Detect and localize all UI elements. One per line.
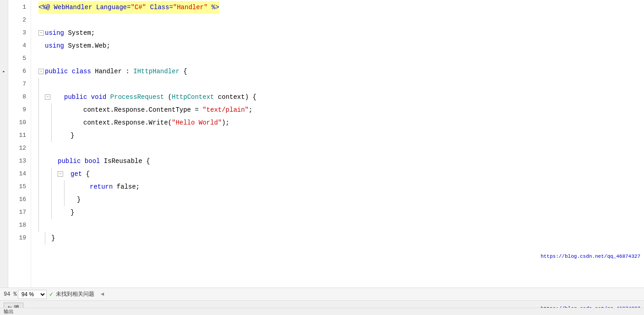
indent-bar-13a: [38, 155, 39, 168]
code-line-8: − public void ProcessRequest (HttpContex…: [38, 91, 644, 103]
line-num-18: 18: [8, 219, 26, 232]
code-content[interactable]: <%@ WebHandler Language="C#" Class="Hand…: [31, 0, 644, 288]
indent-bar-16e: [64, 193, 65, 206]
indent-bar-15a: [38, 180, 39, 193]
line-num-10: 10: [8, 116, 26, 129]
code-closebrace-16: }: [77, 193, 81, 206]
indent-bar-17a: [38, 206, 39, 219]
zoom-dropdown[interactable]: 94 % 100 %: [18, 290, 47, 299]
gutter-mark-13: [2, 155, 6, 168]
line-num-9: 9: [8, 103, 26, 116]
line-num-13: 13: [8, 155, 26, 168]
kw-public-3: public: [58, 155, 81, 168]
code-line-7: [38, 78, 644, 91]
collapse-btn-6[interactable]: −: [38, 69, 44, 74]
code-context-contenttype: context.Response.ContentType =: [83, 103, 202, 116]
code-line-12: [38, 142, 644, 155]
indent-bar-8: [38, 91, 39, 103]
gutter-mark-10: [2, 116, 6, 129]
status-bar: 94 % 94 % 100 % ✓ 未找到相关问题 ◄: [0, 288, 644, 300]
gutter-mark-11: [2, 129, 6, 142]
code-line-6: −public class Handler : IHttpHandler {: [38, 65, 644, 78]
code-closebrace-17: }: [70, 206, 74, 219]
gutter-mark-1: [2, 1, 6, 14]
indent-bar-10a: [38, 116, 39, 129]
gutter-mark-6: ▸: [2, 65, 6, 78]
output-label-bar: 输出: [0, 308, 644, 315]
code-line-11: }: [38, 129, 644, 142]
gutter-mark-19: [2, 232, 6, 244]
gutter-mark-2: [2, 14, 6, 27]
line-num-17: 17: [8, 206, 26, 219]
gutter-mark-15: [2, 180, 6, 193]
indent-bar-11c: [51, 129, 52, 142]
gutter-mark-18: [2, 219, 6, 232]
indent-bar-16a: [38, 193, 39, 206]
method-processrequest: ProcessRequest: [110, 91, 164, 103]
status-message: 未找到相关问题: [56, 290, 94, 298]
code-line-4: using System.Web;: [38, 39, 644, 52]
line-num-4: 4: [8, 39, 26, 52]
indent-bar-11a: [38, 129, 39, 142]
gutter-mark-7: [2, 78, 6, 91]
type-httpcontext: HttpContext: [172, 91, 214, 103]
indent-bar-12: [38, 142, 39, 155]
code-line-14: − get {: [38, 168, 644, 180]
zoom-value: 94 %: [4, 291, 17, 298]
line-num-12: 12: [8, 142, 26, 155]
kw-class: class: [72, 65, 91, 78]
gutter-mark-17: [2, 206, 6, 219]
gutter-mark-3: [2, 27, 6, 39]
code-line-1: <%@ WebHandler Language="C#" Class="Hand…: [38, 1, 644, 14]
line-num-15: 15: [8, 180, 26, 193]
gutter-mark-5: [2, 52, 6, 65]
kw-get: get: [70, 168, 82, 180]
str-textplain: "text/plain": [202, 103, 249, 116]
kw-void: void: [91, 91, 107, 103]
code-line-19: }: [38, 232, 644, 244]
str-helloworld: "Hello World": [172, 116, 222, 129]
kw-public-1: public: [45, 65, 68, 78]
line-num-2: 2: [8, 14, 26, 27]
type-ihttp: IHttpHandler: [133, 65, 179, 78]
line-num-1: 1: [8, 1, 26, 14]
collapse-btn-14[interactable]: −: [58, 171, 63, 177]
indent-bar-15e: [64, 180, 65, 193]
indent-bar-10c: [51, 116, 52, 129]
directive-line: <%@ WebHandler Language="C#" Class="Hand…: [38, 1, 219, 14]
kw-using-1: using: [45, 27, 64, 39]
code-line-18: [38, 219, 644, 232]
kw-public-2: public: [64, 91, 87, 103]
code-line-10: context.Response.Write("Hello World");: [38, 116, 644, 129]
line-num-5: 5: [8, 52, 26, 65]
gutter-mark-8: [2, 91, 6, 103]
line-num-19: 19: [8, 232, 26, 244]
line-num-16: 16: [8, 193, 26, 206]
indent-bar-18: [38, 219, 39, 232]
code-line-15: return false;: [38, 180, 644, 193]
code-context-write: context.Response.Write(: [83, 116, 172, 129]
code-closebrace-11: }: [70, 129, 74, 142]
status-arrow[interactable]: ◄: [101, 291, 104, 298]
indent-bar-14a: [38, 168, 39, 180]
code-line-17: }: [38, 206, 644, 219]
code-closebrace-19: }: [51, 232, 55, 244]
collapse-btn-8[interactable]: −: [45, 94, 50, 100]
kw-bool: bool: [85, 155, 100, 168]
indent-bar-16c: [51, 193, 52, 206]
indent-bar-7: [38, 78, 45, 91]
indent-bar-19: [45, 232, 45, 244]
line-num-8: 8: [8, 91, 26, 103]
left-gutter: ▸: [0, 0, 8, 288]
output-label: 输出: [4, 308, 14, 315]
line-num-11: 11: [8, 129, 26, 142]
code-line-9: context.Response.ContentType = "text/pla…: [38, 103, 644, 116]
status-ok-icon: ✓: [49, 290, 53, 298]
line-num-6: 6: [8, 65, 26, 78]
status-zoom: 94 % 94 % 100 %: [4, 290, 47, 299]
gutter-mark-12: [2, 142, 6, 155]
code-line-2: [38, 14, 644, 27]
gutter-mark-4: [2, 39, 6, 52]
collapse-btn-3[interactable]: −: [38, 30, 44, 36]
line-numbers: 1 2 3 4 5 6 7 8 9 10 11 12 13 14 15 16 1…: [8, 0, 31, 288]
